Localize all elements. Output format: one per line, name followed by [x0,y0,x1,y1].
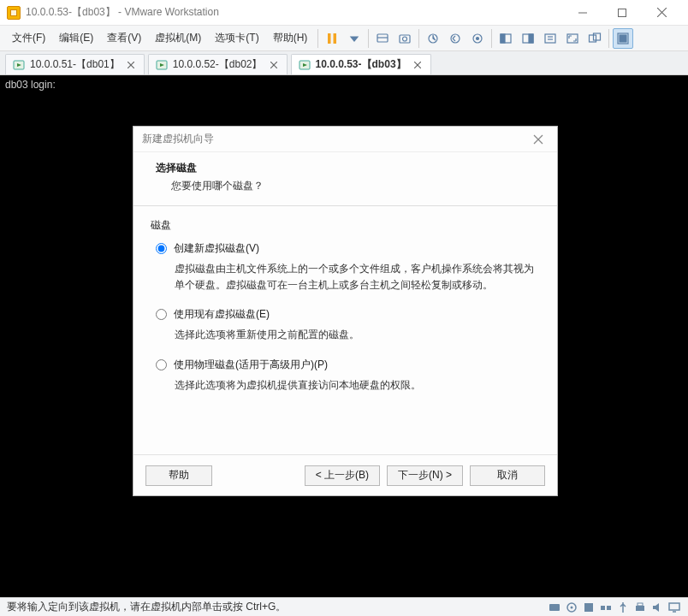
console-line: db03 login: [5,79,683,91]
svg-point-43 [571,606,573,608]
menubar: 文件(F) 编辑(E) 查看(V) 虚拟机(M) 选项卡(T) 帮助(H) [0,26,688,51]
vm-tab-db01[interactable]: 10.0.0.51-【db01】 [5,54,145,74]
radio-input[interactable] [156,359,167,370]
menu-help[interactable]: 帮助(H) [266,27,315,49]
power-dropdown[interactable] [344,28,365,49]
dialog-close-button[interactable] [528,129,549,150]
view-thumbnail-button[interactable] [613,28,633,49]
tab-close-button[interactable] [125,59,137,71]
svg-rect-5 [334,33,337,44]
vm-icon [299,59,311,71]
app-icon [7,6,21,20]
display-icon[interactable] [667,601,681,614]
dialog-titlebar: 新建虚拟机向导 [133,127,557,152]
svg-rect-44 [584,603,593,612]
pause-button[interactable] [322,28,342,49]
dialog-heading: 选择磁盘 [156,161,540,175]
svg-rect-18 [529,34,533,43]
menu-vm[interactable]: 虚拟机(M) [148,27,208,49]
menu-file[interactable]: 文件(F) [5,27,52,49]
view-split-button[interactable] [495,28,516,49]
vm-tab-db02[interactable]: 10.0.0.52-【db02】 [148,54,288,74]
statusbar: 要将输入定向到该虚拟机，请在虚拟机内部单击或按 Ctrl+G。 [0,597,688,616]
radio-create-new-disk[interactable]: 创建新虚拟磁盘(V) [156,241,538,256]
svg-rect-50 [669,603,679,610]
tab-label: 10.0.0.51-【db01】 [30,57,120,72]
tab-close-button[interactable] [268,59,280,71]
network-icon[interactable] [599,601,613,614]
svg-rect-19 [545,34,555,43]
svg-rect-45 [601,606,605,610]
minimize-button[interactable] [563,0,602,26]
snapshot-manager-button[interactable] [467,28,488,49]
vm-tab-db03[interactable]: 10.0.0.53-【db03】 [291,54,431,74]
hdd-icon[interactable] [548,601,561,614]
snapshot-button[interactable] [394,28,415,49]
svg-marker-6 [351,37,358,41]
svg-point-10 [403,37,407,41]
dialog-body: 磁盘 创建新虚拟磁盘(V) 虚拟磁盘由主机文件系统上的一个或多个文件组成，客户机… [133,206,557,454]
view-fullscreen-button[interactable] [562,28,583,49]
snapshot-revert-button[interactable] [445,28,466,49]
radio-label[interactable]: 使用物理磁盘(适用于高级用户)(P) [174,358,328,372]
printer-icon[interactable] [633,601,647,614]
dialog-title-text: 新建虚拟机向导 [142,132,214,146]
svg-rect-4 [328,33,331,44]
radio-input[interactable] [156,243,167,254]
sound-icon[interactable] [650,601,664,614]
radio-label[interactable]: 创建新虚拟磁盘(V) [174,241,259,256]
floppy-icon[interactable] [582,601,596,614]
next-button[interactable]: 下一步(N) > [387,465,463,486]
radio-desc: 选择此选项将重新使用之前配置的磁盘。 [175,327,538,343]
snapshot-take-button[interactable] [423,28,443,49]
dialog-header: 选择磁盘 您要使用哪个磁盘？ [133,152,557,205]
cd-icon[interactable] [565,601,578,614]
toolbar-separator [317,29,318,48]
cancel-button[interactable]: 取消 [470,465,545,486]
svg-point-12 [451,34,460,43]
menu-tabs[interactable]: 选项卡(T) [208,27,265,49]
device-tray [548,601,681,614]
usb-icon[interactable] [616,601,630,614]
toolbar-separator [418,29,419,48]
svg-rect-24 [594,33,601,40]
view-unity-button[interactable] [518,28,538,49]
menu-view[interactable]: 查看(V) [100,27,148,49]
dialog-footer: 帮助 < 上一步(B) 下一步(N) > 取消 [133,454,557,495]
disk-group-label: 磁盘 [151,218,538,233]
back-button[interactable]: < 上一步(B) [305,465,380,486]
vm-tabstrip: 10.0.0.51-【db01】 10.0.0.52-【db02】 10.0.0… [0,51,688,75]
tab-label: 10.0.0.53-【db03】 [316,57,406,72]
radio-label[interactable]: 使用现有虚拟磁盘(E) [174,307,270,322]
toolbar-separator [368,29,369,48]
radio-desc: 虚拟磁盘由主机文件系统上的一个或多个文件组成，客户机操作系统会将其视为单个硬盘。… [175,261,538,293]
vm-power-group [322,28,365,49]
close-button[interactable] [642,0,681,26]
radio-use-existing-disk[interactable]: 使用现有虚拟磁盘(E) [156,307,538,322]
toolbar-separator [491,29,492,48]
menu-edit[interactable]: 编辑(E) [52,27,100,49]
svg-rect-1 [619,9,626,16]
svg-rect-16 [501,34,505,43]
status-text: 要将输入定向到该虚拟机，请在虚拟机内部单击或按 Ctrl+G。 [7,600,286,614]
svg-rect-46 [607,606,611,610]
window-titlebar: 10.0.0.53-【db03】 - VMware Workstation [0,0,688,26]
svg-rect-9 [400,35,410,43]
radio-use-physical-disk[interactable]: 使用物理磁盘(适用于高级用户)(P) [156,358,538,372]
radio-desc: 选择此选项将为虚拟机提供直接访问本地硬盘的权限。 [175,377,538,394]
vm-icon [156,59,168,71]
dialog-subheading: 您要使用哪个磁盘？ [156,179,540,193]
view-console-button[interactable] [540,28,560,49]
svg-rect-41 [549,604,560,611]
tab-label: 10.0.0.52-【db02】 [173,57,263,72]
tab-close-button[interactable] [412,59,424,71]
svg-rect-23 [590,35,596,42]
send-ctrl-alt-del-button[interactable] [372,28,393,49]
svg-rect-47 [636,606,644,611]
view-multimonitor-button[interactable] [584,28,605,49]
radio-input[interactable] [156,309,167,320]
toolbar-separator [608,29,609,48]
new-vm-wizard-dialog: 新建虚拟机向导 选择磁盘 您要使用哪个磁盘？ 磁盘 创建新虚拟磁盘(V) 虚拟磁… [133,126,558,496]
help-button[interactable]: 帮助 [145,465,212,486]
maximize-button[interactable] [602,0,642,26]
